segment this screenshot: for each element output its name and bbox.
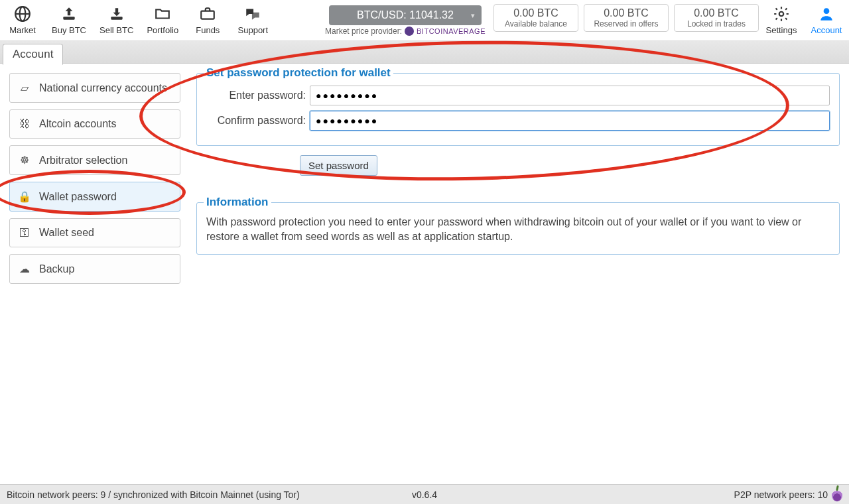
information-title: Information	[204, 196, 271, 209]
svg-point-6	[779, 12, 784, 17]
nav-settings[interactable]: Settings	[765, 4, 797, 35]
sidebar-item-label: Wallet password	[39, 191, 117, 203]
provider-prefix: Market price provider:	[325, 27, 402, 36]
cloud-icon: ☁	[18, 263, 31, 275]
nav-settings-label: Settings	[766, 25, 797, 35]
confirm-password-input[interactable]	[310, 111, 830, 131]
status-version: v0.6.4	[412, 489, 437, 500]
status-left: Bitcoin network peers: 9 / synchronized …	[7, 489, 300, 500]
briefcase-icon	[199, 4, 216, 24]
set-password-button-label: Set password	[308, 160, 369, 171]
nav-funds[interactable]: Funds	[192, 4, 224, 35]
sidebar-item-label: Altcoin accounts	[39, 118, 117, 130]
sidebar-item-wallet-password[interactable]: 🔒 Wallet password	[9, 182, 180, 212]
enter-password-label: Enter password:	[206, 90, 306, 101]
price-label: BTC/USD: 11041.32	[357, 9, 454, 21]
set-password-button[interactable]: Set password	[300, 155, 377, 176]
nav-market[interactable]: Market	[7, 4, 38, 35]
nav-buy-btc[interactable]: Buy BTC	[52, 4, 86, 35]
tab-account-label: Account	[13, 48, 53, 60]
content-area: ▱ National currency accounts ⛓ Altcoin a…	[0, 64, 849, 300]
person-icon	[818, 4, 835, 24]
status-bar: Bitcoin network peers: 9 / synchronized …	[0, 484, 849, 504]
sidebar-item-label: Wallet seed	[39, 227, 94, 239]
lock-icon: 🔒	[18, 190, 31, 203]
nav-buy-label: Buy BTC	[52, 25, 86, 35]
balance-reserved-desc: Reserved in offers	[594, 19, 658, 29]
balance-reserved-amount: 0.00 BTC	[604, 7, 649, 19]
password-panel: Set password protection for wallet Enter…	[196, 73, 840, 146]
chat-icon	[244, 4, 261, 24]
banknote-icon: ▱	[18, 82, 31, 94]
svg-rect-5	[202, 11, 215, 19]
buy-icon	[60, 4, 78, 24]
svg-point-7	[824, 8, 830, 14]
password-panel-title: Set password protection for wallet	[204, 66, 393, 80]
svg-rect-3	[63, 17, 74, 19]
nav-account[interactable]: Account	[811, 4, 842, 35]
tab-account[interactable]: Account	[3, 44, 63, 65]
gear-icon	[773, 4, 790, 24]
sidebar-item-backup[interactable]: ☁ Backup	[9, 254, 180, 284]
nav-sell-label: Sell BTC	[99, 25, 133, 35]
nav-market-label: Market	[9, 25, 36, 35]
nav-portfolio[interactable]: Portfolio	[147, 4, 178, 35]
balance-locked-amount: 0.00 BTC	[694, 7, 739, 19]
nav-portfolio-label: Portfolio	[147, 25, 178, 35]
confirm-password-label: Confirm password:	[206, 115, 306, 127]
sidebar-item-label: National currency accounts	[39, 82, 167, 94]
provider-name: BitcoinAverage	[417, 27, 486, 35]
price-dropdown[interactable]: BTC/USD: 11041.32 ▾	[329, 5, 482, 25]
enter-password-input[interactable]	[310, 86, 830, 105]
sell-icon	[108, 4, 125, 24]
balance-locked-desc: Locked in trades	[687, 19, 746, 29]
nav-support[interactable]: Support	[237, 4, 269, 35]
balance-available: 0.00 BTC Available balance	[493, 4, 578, 32]
sidebar-item-arbitrator[interactable]: ☸ Arbitrator selection	[9, 145, 180, 175]
user-icon: ☸	[18, 154, 31, 166]
status-right: P2P network peers: 10	[734, 489, 828, 500]
top-toolbar: Market Buy BTC Sell BTC Portfolio Funds …	[0, 0, 849, 41]
chevron-down-icon: ▾	[471, 11, 475, 20]
balance-available-amount: 0.00 BTC	[513, 7, 558, 19]
nav-support-label: Support	[238, 25, 269, 35]
sidebar-item-wallet-seed[interactable]: ⚿ Wallet seed	[9, 218, 180, 247]
nav-funds-label: Funds	[196, 25, 220, 35]
sidebar: ▱ National currency accounts ⛓ Altcoin a…	[9, 73, 180, 290]
sidebar-item-label: Backup	[39, 263, 74, 275]
balance-locked: 0.00 BTC Locked in trades	[674, 4, 759, 32]
globe-icon	[14, 4, 31, 24]
nav-account-label: Account	[811, 25, 842, 35]
information-panel: Information With password protection you…	[196, 202, 840, 255]
sidebar-item-altcoin[interactable]: ⛓ Altcoin accounts	[9, 109, 180, 139]
sidebar-item-label: Arbitrator selection	[39, 155, 127, 166]
tor-onion-icon	[832, 488, 842, 501]
price-indicator: BTC/USD: 11041.32 ▾ Market price provide…	[325, 4, 486, 36]
nav-sell-btc[interactable]: Sell BTC	[99, 4, 133, 35]
balance-available-desc: Available balance	[505, 19, 567, 29]
sidebar-item-national-currency[interactable]: ▱ National currency accounts	[9, 73, 180, 103]
main-panel: Set password protection for wallet Enter…	[196, 73, 840, 290]
provider-logo-icon	[405, 27, 414, 36]
svg-rect-4	[111, 17, 122, 19]
information-body: With password protection you need to ent…	[206, 215, 830, 245]
folder-icon	[154, 4, 171, 24]
tab-bar: Account	[0, 41, 849, 64]
key-icon: ⚿	[18, 227, 31, 239]
balance-reserved: 0.00 BTC Reserved in offers	[584, 4, 669, 32]
link-icon: ⛓	[18, 118, 31, 130]
